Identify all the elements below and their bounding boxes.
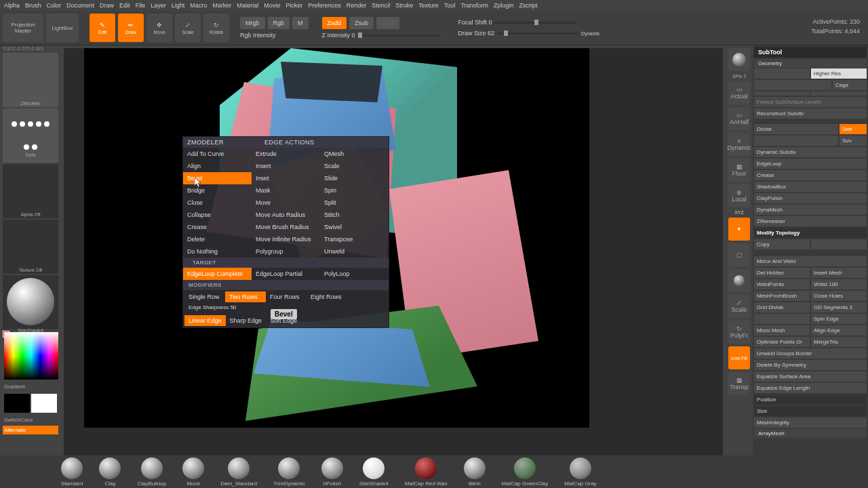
insert-mesh-button[interactable]: Insert Mesh <box>811 268 867 278</box>
mod-four-rows[interactable]: Four Rows <box>266 291 307 302</box>
color-picker[interactable] <box>4 332 58 380</box>
action-polygroup[interactable]: Polygroup <box>252 245 320 258</box>
menu-render[interactable]: Render <box>347 2 367 9</box>
zadd-button[interactable]: Zadd <box>322 17 347 29</box>
menu-transform[interactable]: Transform <box>460 2 488 9</box>
dynamic-persp-button[interactable]: ≡Dynamic <box>728 133 750 156</box>
action-close[interactable]: Close <box>183 197 252 209</box>
action-extrude[interactable]: Extrude <box>252 148 320 160</box>
linefill-button[interactable]: Line Fill <box>728 346 750 369</box>
action-add-to-curve[interactable]: Add To Curve <box>183 148 252 160</box>
draw-size-slider[interactable] <box>497 33 578 35</box>
divide-button[interactable]: Divide <box>754 124 838 134</box>
mod-eight-rows[interactable]: Eight Rows <box>307 291 347 302</box>
brush-matcap-gray[interactable]: MatCap Gray <box>564 458 597 487</box>
xyz-button[interactable]: ✦ <box>728 218 750 241</box>
divide-empty[interactable] <box>754 136 838 146</box>
mod-two-rows[interactable]: Two Rows <box>225 291 266 302</box>
mrgb-button[interactable]: Mrgb <box>240 17 265 29</box>
subtool-header[interactable]: SubTool <box>754 47 867 58</box>
material-thumbnail[interactable]: SkinShade4 <box>3 275 58 329</box>
menu-zscript[interactable]: Zscript <box>519 2 538 9</box>
brush-dam-standard[interactable]: Dam_Standard <box>220 458 257 487</box>
action-insert[interactable]: Insert <box>252 160 320 172</box>
swatch-black[interactable] <box>4 394 30 413</box>
dynamic-subdiv-header[interactable]: Dynamic Subdiv <box>754 147 867 157</box>
brush-move[interactable]: Move <box>182 458 204 487</box>
action-inset[interactable]: Inset <box>252 172 320 184</box>
brush-blinn[interactable]: Blinn <box>464 458 486 487</box>
rotate-mode-button[interactable]: ↻Rotate <box>203 14 229 42</box>
merge-tris-button[interactable]: MergeTris <box>811 337 867 347</box>
action-unweld[interactable]: Unweld <box>320 245 389 258</box>
action-crease[interactable]: Crease <box>183 221 252 233</box>
menu-zplugin[interactable]: Zplugin <box>494 2 514 9</box>
action-move-brush-radius[interactable]: Move Brush Radius <box>252 221 320 233</box>
higherres-button[interactable]: Higher Res <box>811 68 867 79</box>
projection-master-button[interactable]: Projection Master <box>3 14 43 42</box>
menu-preferences[interactable]: Preferences <box>308 2 341 9</box>
smt-button[interactable]: Smt <box>840 124 867 134</box>
brush-matcap-greenclay[interactable]: MatCap GreenClay <box>502 458 548 487</box>
scale-mode-button[interactable]: ⤢Scale <box>175 14 201 42</box>
weld-points-button[interactable]: WeldPoints <box>754 279 810 289</box>
equalize-surface-button[interactable]: Equalize Surface Area <box>754 371 867 382</box>
local-button[interactable]: ⊕Local <box>728 184 750 207</box>
size-header[interactable]: Size <box>754 406 867 416</box>
draw-mode-button[interactable]: ✏Draw <box>118 14 144 42</box>
menu-edit[interactable]: Edit <box>119 2 130 9</box>
mesh-integrity-header[interactable]: MeshIntegrity <box>754 418 867 428</box>
freeze-subdiv-button[interactable]: Freeze SubDivision Levels <box>754 97 867 107</box>
del-hidden-button[interactable]: Del Hidden <box>754 268 810 278</box>
menu-tool[interactable]: Tool <box>444 2 456 9</box>
texture-thumbnail[interactable]: Texture Off <box>3 220 58 274</box>
action-scale[interactable]: Scale <box>320 160 389 172</box>
lightbox-button[interactable]: LightBox <box>46 14 79 42</box>
shadowbox-header[interactable]: ShadowBox <box>754 182 867 192</box>
arraymesh-header[interactable]: ArrayMesh <box>754 429 867 438</box>
dynamesh-header[interactable]: DynaMesh <box>754 205 867 215</box>
mirror-weld-button[interactable]: Mirror And Weld <box>754 256 867 266</box>
menu-file[interactable]: File <box>136 2 146 9</box>
lowerres-button[interactable] <box>754 68 810 79</box>
scale-view-button[interactable]: ⤢Scale <box>728 295 750 318</box>
claypolish-header[interactable]: ClayPolish <box>754 193 867 203</box>
action-move-infinite-radius[interactable]: Move Infinite Radius <box>252 233 320 245</box>
action-spin[interactable]: Spin <box>320 184 389 197</box>
geometry-header[interactable]: Geometry <box>754 59 867 68</box>
transp-button[interactable]: ▦Transp <box>728 372 750 395</box>
menu-brush[interactable]: Brush <box>25 2 41 9</box>
zremesher-header[interactable]: ZRemesher <box>754 216 867 226</box>
zcut-button[interactable]: Zcut <box>376 17 399 29</box>
menu-draw[interactable]: Draw <box>100 2 114 9</box>
xyz-label[interactable]: XYZ <box>734 210 744 215</box>
aahalf-button[interactable]: ▭AAHalf <box>728 107 750 130</box>
alpha-thumbnail[interactable]: Alpha Off <box>3 164 58 218</box>
cage-button[interactable]: Cage <box>833 80 867 90</box>
actual-button[interactable]: ▭Actual <box>728 81 750 104</box>
target-edgeloop-partial[interactable]: EdgeLoop Partial <box>252 268 320 280</box>
del-higher-button[interactable] <box>811 92 867 96</box>
unweld-groups-button[interactable]: Unweld Groups Border <box>754 348 867 359</box>
modify-topology-header[interactable]: Modify Topology <box>754 228 867 238</box>
copy-button[interactable]: Copy <box>754 239 810 249</box>
action-slide[interactable]: Slide <box>320 172 389 184</box>
action-stitch[interactable]: Stitch <box>320 209 389 221</box>
swatch-white[interactable] <box>31 394 57 413</box>
frame-button[interactable]: ▢ <box>728 243 750 266</box>
action-qmesh[interactable]: QMesh <box>320 148 389 160</box>
rotate-view-button[interactable]: ↻PolyFr <box>728 321 750 344</box>
move-mode-button[interactable]: ✥Move <box>146 14 172 42</box>
wdist-slider[interactable]: Wdist 100 <box>811 279 867 289</box>
alternate-button[interactable]: Alternate <box>3 426 58 434</box>
crease-header[interactable]: Crease <box>754 170 867 180</box>
brush-thumbnail[interactable]: ZModeler <box>3 53 58 107</box>
action-move-auto-radius[interactable]: Move Auto Radius <box>252 209 320 221</box>
move-view-button[interactable] <box>728 269 750 292</box>
stroke-thumbnail[interactable]: Dots <box>3 108 58 163</box>
action-split[interactable]: Split <box>320 197 389 209</box>
menu-layer[interactable]: Layer <box>151 2 166 9</box>
focal-shift-slider[interactable] <box>495 22 576 24</box>
rgb-button[interactable]: Rgb <box>268 17 290 29</box>
action-delete[interactable]: Delete <box>183 233 252 245</box>
